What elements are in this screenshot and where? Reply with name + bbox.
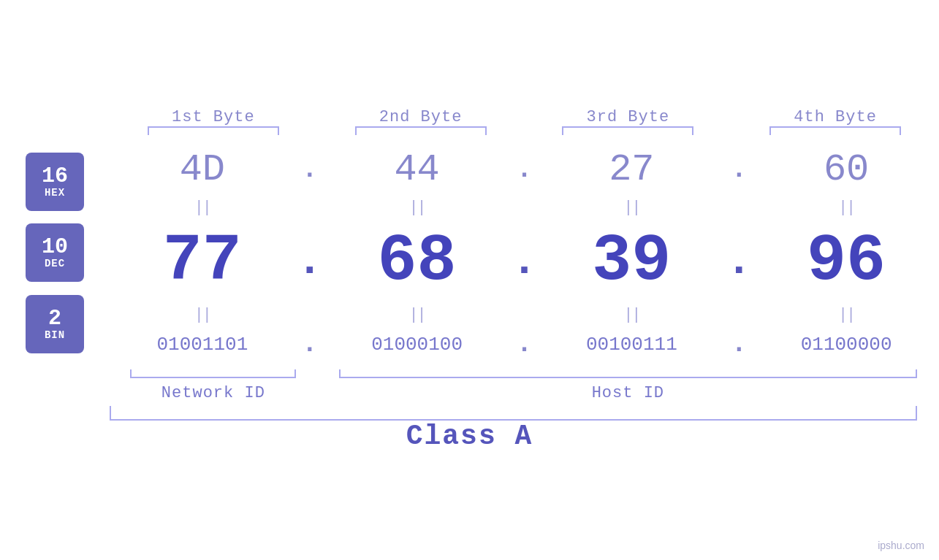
bin-dot-1: . bbox=[295, 331, 324, 358]
top-bracket-1 bbox=[110, 126, 317, 135]
eq-cell-1: || bbox=[110, 199, 295, 217]
dec-value-2: 68 bbox=[378, 224, 457, 299]
bin-dot-3: . bbox=[724, 331, 753, 358]
dec-badge-number: 10 bbox=[42, 236, 68, 258]
dec-value-1: 77 bbox=[163, 224, 242, 299]
equals-sign-6: || bbox=[408, 306, 425, 324]
main-container: 1st Byte 2nd Byte 3rd Byte 4th Byte 16 H… bbox=[0, 0, 939, 560]
bin-cell-3: 00100111 bbox=[539, 334, 725, 356]
bin-cell-4: 01100000 bbox=[753, 334, 939, 356]
dec-badge-label: DEC bbox=[45, 258, 65, 269]
hex-value-4: 60 bbox=[824, 148, 869, 191]
hex-row: 4D . 44 . 27 . 60 bbox=[110, 142, 939, 197]
dec-badge: 10 DEC bbox=[26, 223, 84, 282]
hex-badge-label: HEX bbox=[45, 187, 65, 199]
equals-sign-7: || bbox=[623, 306, 639, 324]
bin-value-1: 01001101 bbox=[156, 334, 248, 356]
dec-cell-2: 68 bbox=[324, 224, 510, 299]
eq-cell-6: || bbox=[324, 306, 510, 324]
bin-badge-number: 2 bbox=[48, 307, 61, 329]
hex-cell-3: 27 bbox=[539, 148, 725, 191]
hex-value-2: 44 bbox=[394, 148, 439, 191]
equals-sign-3: || bbox=[623, 199, 639, 217]
top-bracket-row bbox=[0, 126, 939, 135]
hex-badge: 16 HEX bbox=[26, 153, 84, 211]
eq-cell-4: || bbox=[753, 199, 939, 217]
hex-cell-2: 44 bbox=[324, 148, 510, 191]
hex-value-1: 4D bbox=[180, 148, 225, 191]
equals-sign-1: || bbox=[194, 199, 210, 217]
top-bracket-shape-4 bbox=[769, 126, 901, 135]
eq-cell-5: || bbox=[110, 306, 295, 324]
hex-dot-1: . bbox=[295, 157, 324, 183]
equals-row-1: || || || || bbox=[110, 197, 939, 218]
top-bracket-3 bbox=[525, 126, 732, 135]
network-id-label: Network ID bbox=[161, 384, 265, 402]
dec-row: 77 . 68 . 39 . 96 bbox=[110, 218, 939, 304]
bin-row: 01001101 . 01000100 . 00100111 . 0110000… bbox=[110, 326, 939, 364]
bin-value-2: 01000100 bbox=[371, 334, 463, 356]
dec-value-4: 96 bbox=[807, 224, 886, 299]
class-label-area: Class A bbox=[55, 421, 884, 452]
dec-dot-2: . bbox=[510, 239, 539, 283]
host-id-label: Host ID bbox=[592, 384, 664, 402]
eq-cell-8: || bbox=[753, 306, 939, 324]
equals-sign-5: || bbox=[194, 306, 210, 324]
hex-cell-1: 4D bbox=[110, 148, 295, 191]
equals-row-2: || || || || bbox=[110, 304, 939, 326]
bottom-bracket-network-shape bbox=[130, 369, 296, 378]
top-bracket-shape-1 bbox=[148, 126, 279, 135]
bottom-bracket-host: Host ID bbox=[317, 369, 939, 402]
bottom-bracket-row: Network ID Host ID bbox=[0, 369, 939, 402]
hex-dot-3: . bbox=[724, 157, 753, 183]
bin-badge-label: BIN bbox=[45, 329, 65, 341]
eq-cell-2: || bbox=[324, 199, 510, 217]
byte-label-1: 1st Byte bbox=[110, 108, 317, 126]
eq-cell-3: || bbox=[539, 199, 725, 217]
badges-column: 16 HEX 10 DEC 2 BIN bbox=[0, 142, 110, 364]
dec-cell-3: 39 bbox=[539, 224, 725, 299]
top-bracket-4 bbox=[731, 126, 939, 135]
equals-sign-4: || bbox=[838, 199, 854, 217]
hex-cell-4: 60 bbox=[753, 148, 939, 191]
hex-dot-2: . bbox=[510, 157, 539, 183]
bin-dot-2: . bbox=[510, 331, 539, 358]
equals-sign-8: || bbox=[838, 306, 854, 324]
hex-value-3: 27 bbox=[609, 148, 654, 191]
top-bracket-2 bbox=[317, 126, 525, 135]
equals-sign-2: || bbox=[408, 199, 425, 217]
hex-badge-number: 16 bbox=[42, 165, 68, 187]
data-columns: 4D . 44 . 27 . 60 || bbox=[110, 142, 939, 364]
top-bracket-shape-2 bbox=[355, 126, 487, 135]
dec-dot-3: . bbox=[724, 239, 753, 283]
byte-label-4: 4th Byte bbox=[731, 108, 939, 126]
dec-cell-1: 77 bbox=[110, 224, 295, 299]
content-area: 16 HEX 10 DEC 2 BIN 4D . 44 bbox=[0, 142, 939, 364]
byte-labels-row: 1st Byte 2nd Byte 3rd Byte 4th Byte bbox=[0, 108, 939, 126]
dec-dot-1: . bbox=[295, 239, 324, 283]
bin-badge: 2 BIN bbox=[26, 295, 84, 353]
watermark: ipshu.com bbox=[878, 540, 924, 551]
eq-cell-7: || bbox=[539, 306, 725, 324]
dec-cell-4: 96 bbox=[753, 224, 939, 299]
byte-label-2: 2nd Byte bbox=[317, 108, 525, 126]
bottom-bracket-network: Network ID bbox=[110, 369, 317, 402]
top-bracket-shape-3 bbox=[562, 126, 693, 135]
bin-value-3: 00100111 bbox=[586, 334, 677, 356]
byte-label-3: 3rd Byte bbox=[525, 108, 732, 126]
bin-cell-2: 01000100 bbox=[324, 334, 510, 356]
class-label: Class A bbox=[406, 421, 533, 452]
bin-cell-1: 01001101 bbox=[110, 334, 295, 356]
full-bottom-bracket bbox=[110, 406, 917, 421]
bin-value-4: 01100000 bbox=[801, 334, 892, 356]
bottom-bracket-host-shape bbox=[339, 369, 918, 378]
dec-value-3: 39 bbox=[592, 224, 671, 299]
